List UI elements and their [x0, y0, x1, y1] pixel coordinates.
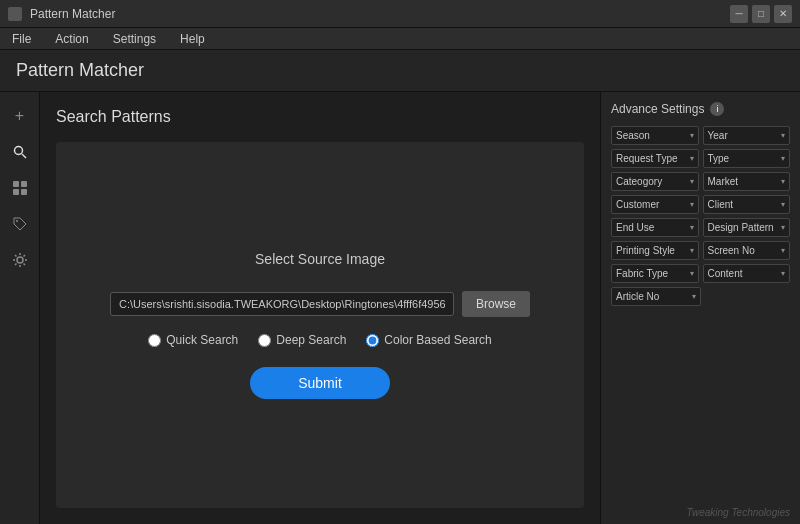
info-icon: i — [710, 102, 724, 116]
radio-quick-label: Quick Search — [166, 333, 238, 347]
settings-row-4: Customer ▾ Client ▾ — [611, 195, 790, 214]
settings-row-5: End Use ▾ Design Pattern ▾ — [611, 218, 790, 237]
chevron-down-icon: ▾ — [781, 154, 785, 163]
window-controls: ─ □ ✕ — [730, 5, 792, 23]
chevron-down-icon: ▾ — [781, 131, 785, 140]
minimize-button[interactable]: ─ — [730, 5, 748, 23]
radio-quick-input[interactable] — [148, 334, 161, 347]
customer-dropdown[interactable]: Customer ▾ — [611, 195, 699, 214]
radio-color-input[interactable] — [366, 334, 379, 347]
sidebar-add-button[interactable]: + — [4, 100, 36, 132]
menu-settings[interactable]: Settings — [109, 30, 160, 48]
settings-row-3: Cateogory ▾ Market ▾ — [611, 172, 790, 191]
chevron-down-icon: ▾ — [781, 223, 785, 232]
type-dropdown[interactable]: Type ▾ — [703, 149, 791, 168]
select-source-label: Select Source Image — [255, 251, 385, 267]
chevron-down-icon: ▾ — [690, 246, 694, 255]
svg-rect-3 — [21, 181, 27, 187]
svg-rect-2 — [13, 181, 19, 187]
svg-point-6 — [16, 220, 18, 222]
browse-button[interactable]: Browse — [462, 291, 530, 317]
chevron-down-icon: ▾ — [690, 154, 694, 163]
app-title: Pattern Matcher — [16, 60, 144, 81]
settings-row-1: Season ▾ Year ▾ — [611, 126, 790, 145]
close-button[interactable]: ✕ — [774, 5, 792, 23]
fabric-type-dropdown[interactable]: Fabric Type ▾ — [611, 264, 699, 283]
chevron-down-icon: ▾ — [690, 177, 694, 186]
svg-point-7 — [17, 257, 23, 263]
search-panel: Select Source Image Browse Quick Search … — [56, 142, 584, 508]
menu-help[interactable]: Help — [176, 30, 209, 48]
screen-no-dropdown[interactable]: Screen No ▾ — [703, 241, 791, 260]
chevron-down-icon: ▾ — [781, 246, 785, 255]
section-title: Search Patterns — [56, 108, 584, 126]
svg-point-0 — [14, 147, 22, 155]
sidebar-grid-button[interactable] — [4, 172, 36, 204]
settings-row-6: Printing Style ▾ Screen No ▾ — [611, 241, 790, 260]
radio-color-label: Color Based Search — [384, 333, 491, 347]
svg-rect-5 — [21, 189, 27, 195]
chevron-down-icon: ▾ — [690, 223, 694, 232]
app-header: Pattern Matcher — [0, 50, 800, 92]
radio-deep-label: Deep Search — [276, 333, 346, 347]
season-dropdown[interactable]: Season ▾ — [611, 126, 699, 145]
title-bar: Pattern Matcher ─ □ ✕ — [0, 0, 800, 28]
chevron-down-icon: ▾ — [781, 269, 785, 278]
chevron-down-icon: ▾ — [692, 292, 696, 301]
maximize-button[interactable]: □ — [752, 5, 770, 23]
market-dropdown[interactable]: Market ▾ — [703, 172, 791, 191]
design-pattern-dropdown[interactable]: Design Pattern ▾ — [703, 218, 791, 237]
chevron-down-icon: ▾ — [690, 131, 694, 140]
radio-deep-search[interactable]: Deep Search — [258, 333, 346, 347]
request-type-dropdown[interactable]: Request Type ▾ — [611, 149, 699, 168]
chevron-down-icon: ▾ — [781, 177, 785, 186]
submit-button[interactable]: Submit — [250, 367, 390, 399]
main-layout: + — [0, 92, 800, 524]
file-input-row: Browse — [110, 291, 530, 317]
menu-bar: File Action Settings Help — [0, 28, 800, 50]
chevron-down-icon: ▾ — [690, 269, 694, 278]
radio-options-row: Quick Search Deep Search Color Based Sea… — [148, 333, 491, 347]
client-dropdown[interactable]: Client ▾ — [703, 195, 791, 214]
menu-action[interactable]: Action — [51, 30, 92, 48]
category-dropdown[interactable]: Cateogory ▾ — [611, 172, 699, 191]
chevron-down-icon: ▾ — [690, 200, 694, 209]
svg-rect-4 — [13, 189, 19, 195]
content-dropdown[interactable]: Content ▾ — [703, 264, 791, 283]
sidebar: + — [0, 92, 40, 524]
sidebar-search-button[interactable] — [4, 136, 36, 168]
advance-title: Advance Settings — [611, 102, 704, 116]
printing-style-dropdown[interactable]: Printing Style ▾ — [611, 241, 699, 260]
content-area: Search Patterns Select Source Image Brow… — [40, 92, 600, 524]
sidebar-tag-button[interactable] — [4, 208, 36, 240]
advance-header: Advance Settings i — [611, 102, 790, 116]
settings-row-7: Fabric Type ▾ Content ▾ — [611, 264, 790, 283]
settings-row-8: Article No ▾ — [611, 287, 790, 306]
file-path-input[interactable] — [110, 292, 454, 316]
settings-row-2: Request Type ▾ Type ▾ — [611, 149, 790, 168]
radio-quick-search[interactable]: Quick Search — [148, 333, 238, 347]
radio-color-search[interactable]: Color Based Search — [366, 333, 491, 347]
svg-line-1 — [22, 154, 26, 158]
sidebar-settings-button[interactable] — [4, 244, 36, 276]
settings-grid: Season ▾ Year ▾ Request Type ▾ Type ▾ — [611, 126, 790, 306]
chevron-down-icon: ▾ — [781, 200, 785, 209]
advance-settings-panel: Advance Settings i Season ▾ Year ▾ Re — [600, 92, 800, 524]
end-use-dropdown[interactable]: End Use ▾ — [611, 218, 699, 237]
app-icon — [8, 7, 22, 21]
window-title: Pattern Matcher — [30, 7, 115, 21]
menu-file[interactable]: File — [8, 30, 35, 48]
radio-deep-input[interactable] — [258, 334, 271, 347]
article-no-dropdown[interactable]: Article No ▾ — [611, 287, 701, 306]
year-dropdown[interactable]: Year ▾ — [703, 126, 791, 145]
footer-brand: Tweaking Technologies — [687, 507, 790, 518]
